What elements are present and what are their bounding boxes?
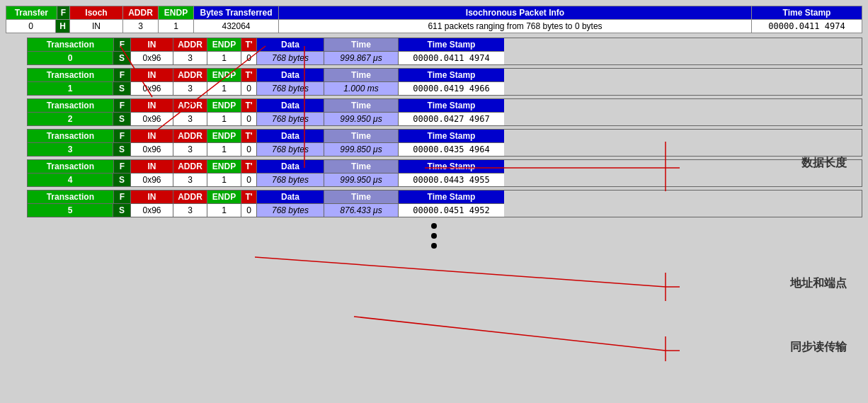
iso-info-label: Isochronous Packet Info — [279, 6, 751, 20]
txn-values-0: 0 S 0x96 3 1 0 768 bytes 999.867 μs 0000… — [28, 52, 862, 64]
txn-addr-lbl-3: ADDR — [173, 130, 207, 143]
txn-values-2: 2 S 0x96 3 1 0 768 bytes 999.950 μs 0000… — [28, 113, 862, 125]
txn-t-val-2: 0 — [241, 113, 256, 125]
txn-addr-lbl-5: ADDR — [173, 191, 207, 204]
txn-t-val-4: 0 — [241, 174, 256, 186]
txn-endp-lbl-4: ENDP — [207, 160, 241, 174]
txn-data-val-3: 768 bytes — [256, 143, 324, 156]
txn-addr-val-1: 3 — [173, 82, 207, 95]
dot-2 — [431, 233, 437, 239]
txn-time-val-5: 876.433 μs — [324, 204, 398, 217]
txn-in-val-2: 0x96 — [130, 113, 173, 125]
txn-label-top-2: Transaction F — [28, 99, 130, 113]
addr-block: ADDR 3 — [123, 6, 159, 33]
txn-ts-val-5: 00000.0451 4952 — [398, 204, 504, 217]
transaction-row-5: Transaction F IN ADDR ENDP T' Data — [27, 190, 862, 217]
txn-in-val-3: 0x96 — [130, 143, 173, 156]
txn-label-top-1: Transaction F — [28, 69, 130, 82]
txn-in-lbl-4: IN — [131, 160, 173, 174]
endp-value: 1 — [159, 20, 193, 33]
txn-addr-hdr-4: ADDR — [173, 160, 207, 174]
txn-endp-hdr-3: ENDP — [207, 130, 241, 143]
txn-addr-val-0: 3 — [173, 52, 207, 64]
txn-addr-hdr-1: ADDR — [173, 69, 207, 82]
bytes-block: Bytes Transferred 432064 — [194, 6, 279, 33]
txn-time-lbl-4: Time — [324, 160, 398, 174]
txn-f-2: F — [114, 99, 130, 113]
txn-in-val-4: 0x96 — [130, 174, 173, 186]
dots-area — [6, 223, 862, 249]
txn-ts-hdr-0: Time Stamp — [398, 38, 504, 52]
svg-line-3 — [255, 257, 666, 287]
txn-number-2: 2 — [28, 113, 113, 125]
txn-s-2: S — [113, 113, 130, 125]
annotation-sync-read: 同步读传输 — [790, 340, 847, 355]
txn-endp-lbl-5: ENDP — [207, 191, 241, 204]
txn-time-hdr-0: Time — [324, 38, 398, 52]
txn-t-val-3: 0 — [241, 143, 256, 156]
txn-addr-lbl-1: ADDR — [173, 69, 207, 82]
endp-label: ENDP — [159, 6, 193, 20]
txn-data-hdr-1: Data — [256, 69, 324, 82]
addr-label: ADDR — [123, 6, 158, 20]
txn-time-val-2: 999.950 μs — [324, 113, 398, 125]
txn-in-lbl-3: IN — [131, 130, 173, 143]
bytes-value: 432064 — [194, 20, 278, 33]
txn-s-4: S — [113, 174, 130, 186]
txn-label-top-3: Transaction F — [28, 130, 130, 143]
txn-s-0: S — [113, 52, 130, 64]
txn-time-val-0: 999.867 μs — [324, 52, 398, 64]
txn-header-0: Transaction F IN ADDR ENDP T' Data — [28, 38, 862, 52]
txn-endp-val-2: 1 — [207, 113, 241, 125]
txn-data-hdr-3: Data — [256, 130, 324, 143]
txn-time-val-3: 999.850 μs — [324, 143, 398, 156]
txn-num-row-1: 1 S — [28, 82, 130, 95]
transfer-label: Transfer — [6, 6, 57, 20]
txn-f-3: F — [114, 130, 130, 143]
transactions-area: Transaction F IN ADDR ENDP T' Data — [27, 38, 862, 217]
txn-in-hdr-3: IN — [130, 130, 173, 143]
txn-t-val-0: 0 — [241, 52, 256, 64]
txn-in-hdr-2: IN — [130, 99, 173, 113]
txn-addr-lbl-0: ADDR — [173, 38, 207, 52]
txn-data-val-0: 768 bytes — [256, 52, 324, 64]
annotation-data-length: 数据长度 — [801, 156, 847, 171]
txn-addr-lbl-4: ADDR — [173, 160, 207, 174]
txn-num-row-4: 4 S — [28, 174, 130, 186]
txn-values-4: 4 S 0x96 3 1 0 768 bytes 999.950 μs 0000… — [28, 174, 862, 186]
txn-ts-lbl-3: Time Stamp — [399, 130, 504, 143]
txn-time-lbl-5: Time — [324, 191, 398, 204]
isoch-value: IN — [70, 20, 122, 33]
txn-endp-val-0: 1 — [207, 52, 241, 64]
txn-name-5: Transaction — [28, 191, 114, 204]
txn-ts-lbl-1: Time Stamp — [399, 69, 504, 82]
txn-ts-val-3: 00000.0435 4964 — [398, 143, 504, 156]
txn-endp-hdr-1: ENDP — [207, 69, 241, 82]
txn-time-lbl-3: Time — [324, 130, 398, 143]
isoch-block: Isoch IN — [70, 6, 123, 33]
txn-label-top-4: Transaction F — [28, 160, 130, 174]
txn-endp-val-5: 1 — [207, 204, 241, 217]
txn-f-5: F — [114, 191, 130, 204]
txn-addr-hdr-0: ADDR — [173, 38, 207, 52]
txn-t-val-5: 0 — [241, 204, 256, 217]
annotation-address-endpoint: 地址和端点 — [790, 276, 847, 291]
txn-number-1: 1 — [28, 82, 113, 95]
txn-t-lbl-3: T' — [241, 130, 256, 143]
txn-num-row-3: 3 S — [28, 143, 130, 156]
txn-time-hdr-2: Time — [324, 99, 398, 113]
txn-ts-lbl-5: Time Stamp — [399, 191, 504, 204]
isoch-label: Isoch — [70, 6, 122, 20]
txn-header-2: Transaction F IN ADDR ENDP T' Data — [28, 99, 862, 113]
txn-endp-hdr-4: ENDP — [207, 160, 241, 174]
txn-data-val-2: 768 bytes — [256, 113, 324, 125]
txn-ts-val-2: 00000.0427 4967 — [398, 113, 504, 125]
txn-t-hdr-4: T' — [241, 160, 256, 174]
txn-values-3: 3 S 0x96 3 1 0 768 bytes 999.850 μs 0000… — [28, 143, 862, 156]
txn-in-hdr-4: IN — [130, 160, 173, 174]
txn-endp-hdr-0: ENDP — [207, 38, 241, 52]
txn-data-lbl-0: Data — [257, 38, 324, 52]
txn-t-lbl-1: T' — [241, 69, 256, 82]
header-timestamp-value: 00000.0411 4974 — [752, 20, 862, 33]
txn-addr-val-2: 3 — [173, 113, 207, 125]
